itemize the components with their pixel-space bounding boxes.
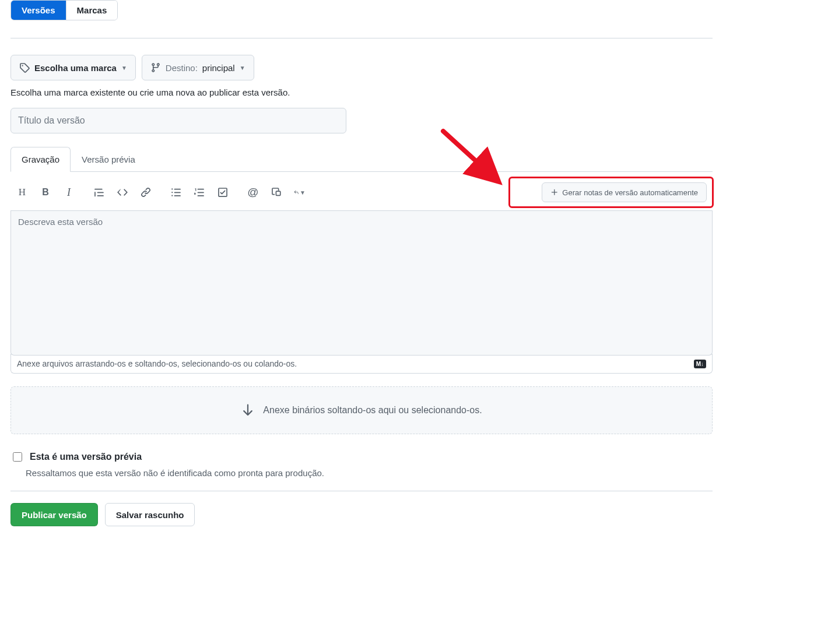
saved-replies-tool[interactable]: ▼ xyxy=(294,186,306,198)
branch-icon xyxy=(150,62,161,73)
tag-help-text: Escolha uma marca existente ou crie uma … xyxy=(10,87,713,97)
mention-tool[interactable]: @ xyxy=(247,186,259,198)
generate-release-notes-button[interactable]: Gerar notas de versão automaticamente xyxy=(542,182,707,202)
bold-tool[interactable]: B xyxy=(40,186,51,198)
prerelease-section: Esta é uma versão prévia Ressaltamos que… xyxy=(10,451,713,491)
cross-reference-tool[interactable] xyxy=(271,186,282,198)
action-buttons: Publicar versão Salvar rascunho xyxy=(10,503,713,526)
save-draft-button[interactable]: Salvar rascunho xyxy=(105,503,195,526)
markdown-badge-icon: M↓ xyxy=(694,360,706,368)
tag-icon xyxy=(19,62,30,73)
tab-write[interactable]: Gravação xyxy=(10,147,71,172)
generate-notes-label: Gerar notas de versão automaticamente xyxy=(562,188,698,197)
release-title-input[interactable] xyxy=(10,108,346,133)
editor-toolbar: H B I xyxy=(10,172,713,211)
divider xyxy=(10,38,713,38)
caret-icon: ▼ xyxy=(240,65,245,71)
publish-release-button[interactable]: Publicar versão xyxy=(10,503,98,526)
heading-tool[interactable]: H xyxy=(16,186,28,198)
italic-tool[interactable]: I xyxy=(63,186,75,198)
plus-icon xyxy=(550,188,559,196)
selectors-row: Escolha uma marca ▼ Destino: principal ▼ xyxy=(10,55,713,80)
unordered-list-tool[interactable] xyxy=(170,186,182,198)
choose-tag-dropdown[interactable]: Escolha uma marca ▼ xyxy=(10,55,136,80)
quote-tool[interactable] xyxy=(93,186,105,198)
download-arrow-icon xyxy=(241,402,255,418)
code-tool[interactable] xyxy=(117,186,128,198)
caret-icon: ▼ xyxy=(121,65,127,71)
page-tabs: Versões Marcas xyxy=(10,0,118,20)
tab-preview[interactable]: Versão prévia xyxy=(71,147,146,172)
attach-hint-text: Anexe arquivos arrastando-os e soltando-… xyxy=(17,359,297,368)
target-branch-dropdown[interactable]: Destino: principal ▼ xyxy=(142,55,254,80)
attach-binaries-dropzone[interactable]: Anexe binários soltando-os aqui ou selec… xyxy=(10,386,713,434)
target-label: Destino: xyxy=(166,63,198,73)
editor-tabs: Gravação Versão prévia xyxy=(10,146,713,172)
release-description-textarea[interactable] xyxy=(10,211,713,356)
prerelease-description: Ressaltamos que esta versão não é identi… xyxy=(26,468,713,478)
task-list-tool[interactable] xyxy=(217,186,229,198)
binaries-hint-text: Anexe binários soltando-os aqui ou selec… xyxy=(263,405,482,416)
prerelease-label: Esta é uma versão prévia xyxy=(30,452,142,462)
tab-tags[interactable]: Marcas xyxy=(66,1,118,20)
tab-releases[interactable]: Versões xyxy=(11,1,66,20)
choose-tag-label: Escolha uma marca xyxy=(34,63,117,73)
prerelease-checkbox[interactable] xyxy=(13,452,22,462)
ordered-list-tool[interactable] xyxy=(194,186,205,198)
target-value: principal xyxy=(202,63,235,73)
link-tool[interactable] xyxy=(140,186,152,198)
